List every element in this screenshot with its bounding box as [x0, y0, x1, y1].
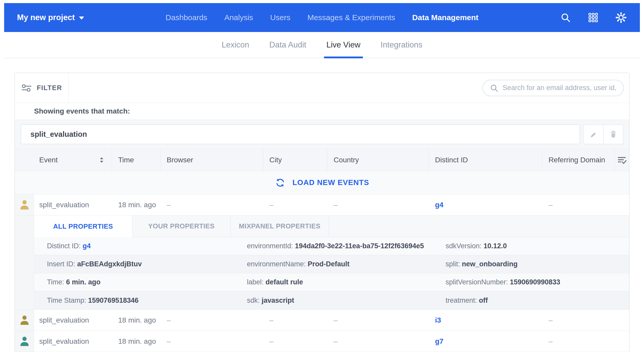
- filter-button[interactable]: FILTER: [15, 73, 69, 103]
- property-label: splitVersionNumber:: [446, 278, 510, 286]
- tab-integrations[interactable]: Integrations: [381, 32, 422, 58]
- tab-live-view[interactable]: Live View: [326, 32, 360, 58]
- navbar-actions: [560, 12, 627, 23]
- distinct-id-cell[interactable]: i3: [429, 310, 542, 331]
- property-value: 1590769518346: [88, 297, 139, 304]
- property-value: default rule: [265, 278, 303, 286]
- event-cell: split_evaluation: [34, 194, 112, 215]
- nav-item-messages-experiments[interactable]: Messages & Experiments: [307, 13, 395, 22]
- referring-domain-cell: –: [542, 331, 615, 352]
- time-cell: 18 min. ago: [112, 331, 160, 352]
- event-row[interactable]: split_evaluation18 min. ago–––g7–: [15, 331, 629, 352]
- event-row[interactable]: split_evaluation18 min. ago–––i3–: [15, 310, 629, 331]
- property-value: new_onboarding: [462, 260, 518, 268]
- column-header-label: Distinct ID: [435, 156, 468, 164]
- column-header-referring-domain[interactable]: Referring Domain: [542, 149, 615, 171]
- search-icon: [560, 12, 571, 23]
- city-cell: –: [263, 331, 327, 352]
- trash-icon: [608, 130, 618, 139]
- property-label: sdk:: [247, 297, 262, 304]
- country-cell: –: [327, 331, 429, 352]
- column-header-label: Event: [39, 156, 58, 164]
- distinct-id-cell[interactable]: g7: [429, 331, 542, 352]
- property-value: 6 min. ago: [66, 278, 101, 286]
- apps-grid-button[interactable]: [588, 12, 599, 23]
- column-header-city[interactable]: City: [263, 149, 327, 171]
- edit-filter-button[interactable]: [584, 125, 603, 144]
- tab-mixpanel-properties[interactable]: MIXPANEL PROPERTIES: [231, 215, 329, 237]
- column-settings-button[interactable]: [615, 149, 629, 171]
- column-header-label: Browser: [167, 156, 193, 164]
- tab-your-properties[interactable]: YOUR PROPERTIES: [132, 215, 231, 237]
- search-button[interactable]: [560, 12, 571, 23]
- column-header-distinct-id[interactable]: Distinct ID: [429, 149, 542, 171]
- search-input[interactable]: [503, 84, 617, 92]
- filter-chip-actions: [583, 124, 623, 144]
- column-header-browser[interactable]: Browser: [160, 149, 263, 171]
- row-filler: [615, 194, 629, 215]
- avatar: [15, 310, 34, 331]
- column-settings-icon: [617, 155, 627, 165]
- property-label: Distinct ID:: [47, 242, 83, 250]
- column-header-event[interactable]: Event: [15, 149, 112, 171]
- column-header-label: Country: [334, 156, 359, 164]
- property-value[interactable]: g4: [83, 242, 91, 250]
- event-filter-input[interactable]: [21, 124, 580, 144]
- property-value: 10.12.0: [484, 242, 507, 250]
- browser-cell: –: [160, 194, 263, 215]
- property-distinct-id: Distinct ID: g4: [34, 242, 234, 250]
- nav-item-users[interactable]: Users: [270, 13, 290, 22]
- person-icon: [19, 335, 30, 347]
- project-switcher[interactable]: My new project: [17, 13, 84, 22]
- time-cell: 18 min. ago: [112, 310, 160, 331]
- load-new-events-button[interactable]: LOAD NEW EVENTS: [15, 171, 629, 194]
- column-header-time[interactable]: Time: [112, 149, 160, 171]
- column-header-label: City: [269, 156, 282, 164]
- nav-item-analysis[interactable]: Analysis: [224, 13, 253, 22]
- tab-lexicon[interactable]: Lexicon: [222, 32, 249, 58]
- apps-grid-icon: [588, 12, 599, 23]
- property-treatment: treatment: off: [433, 297, 629, 305]
- settings-button[interactable]: [615, 12, 627, 23]
- avatar: [15, 331, 34, 352]
- property-label: Time:: [47, 278, 66, 286]
- properties-tabs: ALL PROPERTIESYOUR PROPERTIESMIXPANEL PR…: [34, 215, 629, 237]
- property-label: Time Stamp:: [47, 297, 88, 304]
- load-new-events-label: LOAD NEW EVENTS: [293, 178, 369, 187]
- property-insert-id: Insert ID: aFcBEAdgxkdjBtuv: [34, 260, 234, 268]
- tab-data-audit[interactable]: Data Audit: [269, 32, 306, 58]
- column-header-country[interactable]: Country: [327, 149, 429, 171]
- primary-nav: DashboardsAnalysisUsersMessages & Experi…: [84, 13, 560, 22]
- events-match-label: Showing events that match:: [34, 107, 130, 115]
- property-environmentname: environmentName: Prod-Default: [234, 260, 433, 268]
- filter-sliders-icon: [21, 83, 32, 93]
- distinct-id-cell[interactable]: g4: [429, 194, 542, 215]
- toolbar-spacer: [69, 73, 482, 103]
- property-label: label: default rule: [234, 278, 433, 286]
- property-splitversionnumber: splitVersionNumber: 1590690990833: [433, 278, 629, 286]
- property-label: label:: [247, 278, 265, 286]
- property-row: Insert ID: aFcBEAdgxkdjBtuvenvironmentNa…: [34, 255, 629, 273]
- table-header: EventTimeBrowserCityCountryDistinct IDRe…: [15, 149, 629, 171]
- country-cell: –: [327, 310, 429, 331]
- person-icon: [19, 199, 30, 211]
- person-icon: [19, 314, 30, 326]
- event-row[interactable]: split_evaluation18 min. ago–––g4–: [15, 194, 629, 215]
- property-row: Time: 6 min. agolabel: default rulesplit…: [34, 273, 629, 291]
- expanded-gutter: [15, 215, 34, 309]
- filter-chip-band: [15, 119, 629, 149]
- properties-tabs-filler: [329, 215, 629, 237]
- property-time-stamp: Time Stamp: 1590769518346: [34, 297, 234, 305]
- event-rows: split_evaluation18 min. ago–––g4–ALL PRO…: [15, 194, 629, 352]
- column-header-label: Referring Domain: [549, 156, 605, 164]
- property-label: Insert ID:: [47, 260, 77, 268]
- row-filler: [615, 331, 629, 352]
- property-row: Distinct ID: g4environmentId: 194da2f0-3…: [34, 237, 629, 255]
- search-icon: [490, 84, 498, 92]
- tab-all-properties[interactable]: ALL PROPERTIES: [34, 215, 132, 237]
- country-cell: –: [327, 194, 429, 215]
- delete-filter-button[interactable]: [603, 125, 623, 144]
- property-environmentid: environmentId: 194da2f0-3e22-11ea-ba75-1…: [234, 242, 433, 250]
- nav-item-data-management[interactable]: Data Management: [412, 13, 479, 22]
- nav-item-dashboards[interactable]: Dashboards: [166, 13, 207, 22]
